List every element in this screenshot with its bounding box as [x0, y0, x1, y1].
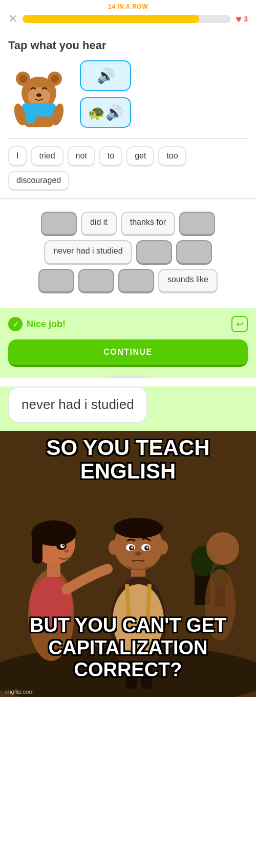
answer-row: never had i studied	[0, 386, 256, 431]
svg-point-25	[62, 544, 64, 546]
selected-words-row2: discouraged	[8, 171, 248, 191]
svg-rect-10	[26, 108, 35, 124]
nice-job-text: Nice job!	[27, 319, 66, 330]
main-content: Tap what you hear	[0, 31, 256, 191]
word-chip-get[interactable]: get	[126, 146, 154, 167]
svg-point-4	[19, 75, 27, 83]
progress-bar-background	[23, 15, 230, 23]
heart-count: 3	[244, 15, 248, 23]
heart-icon: ♥	[236, 13, 242, 25]
word-bank: did it thanks for never had i studied so…	[0, 207, 256, 308]
audio-slow-button[interactable]: 🐢🔊	[80, 97, 131, 128]
streak-label: 14 IN A ROW	[108, 3, 148, 10]
progress-dots	[8, 375, 248, 378]
check-circle-icon: ✓	[8, 317, 23, 331]
slow-speaker-icon: 🐢🔊	[88, 104, 123, 121]
tap-instruction: Tap what you hear	[8, 39, 248, 52]
word-bank-row2: never had i studied	[8, 240, 248, 265]
audio-buttons: 🔊 🐢🔊	[80, 60, 131, 128]
word-bank-chip-gray6[interactable]	[78, 269, 114, 293]
word-chip-to[interactable]: to	[99, 146, 122, 167]
svg-point-33	[114, 518, 163, 538]
bear-character	[11, 63, 67, 127]
word-bank-chip-gray4[interactable]	[176, 240, 212, 265]
meme-section: SO YOU TEACH ENGLISH	[0, 431, 256, 697]
answer-display: never had i studied	[8, 386, 147, 423]
word-bank-chip-thanksfor[interactable]: thanks for	[121, 212, 175, 236]
bear-container	[8, 61, 70, 127]
svg-point-39	[146, 546, 148, 549]
svg-point-38	[131, 546, 133, 549]
word-chip-too[interactable]: too	[158, 146, 186, 167]
top-bar: 14 IN A ROW ✕ ♥ 3	[0, 0, 256, 31]
progress-row: ✕ ♥ 3	[8, 12, 248, 26]
meme-watermark: imgflip.com	[5, 689, 34, 695]
svg-point-6	[51, 75, 59, 83]
progress-bar-fill	[23, 15, 199, 23]
svg-point-41	[109, 540, 119, 555]
character-row: 🔊 🐢🔊	[8, 60, 248, 128]
selected-words-row1: I tried not to get too	[8, 146, 248, 167]
word-chip-discouraged[interactable]: discouraged	[8, 171, 69, 191]
divider1	[0, 198, 256, 199]
selected-words-area: I tried not to get too discouraged	[8, 138, 248, 191]
word-bank-chip-gray5[interactable]	[38, 269, 74, 293]
word-chip-I[interactable]: I	[8, 146, 27, 167]
svg-point-26	[64, 550, 69, 553]
meme-bottom-text: BUT YOU CAN'T GET CAPITALIZATION CORRECT…	[0, 614, 256, 681]
svg-rect-22	[32, 533, 42, 564]
progress-pill	[108, 375, 148, 378]
word-chip-tried[interactable]: tried	[31, 146, 63, 167]
word-bank-chip-gray7[interactable]	[118, 269, 154, 293]
word-bank-chip-gray1[interactable]	[41, 212, 77, 236]
svg-point-42	[158, 540, 168, 555]
word-chip-not[interactable]: not	[68, 146, 95, 167]
speaker-icon: 🔊	[97, 67, 115, 84]
word-bank-chip-gray2[interactable]	[179, 212, 215, 236]
word-bank-row3: sounds like	[8, 269, 248, 293]
continue-button[interactable]: CONTINUE	[8, 339, 248, 367]
nice-job-left: ✓ Nice job!	[8, 317, 66, 331]
word-bank-chip-gray3[interactable]	[136, 240, 172, 265]
share-button[interactable]: ↩	[231, 316, 248, 332]
svg-rect-27	[47, 563, 60, 577]
svg-point-40	[135, 552, 141, 556]
meme-top-text: SO YOU TEACH ENGLISH	[0, 436, 256, 483]
hearts-container: ♥ 3	[236, 13, 248, 25]
word-bank-chip-soundslike[interactable]: sounds like	[158, 269, 218, 293]
close-button[interactable]: ✕	[8, 12, 17, 26]
svg-point-8	[36, 94, 41, 97]
word-bank-chip-didit[interactable]: did it	[81, 212, 117, 236]
svg-point-46	[206, 532, 239, 565]
audio-normal-button[interactable]: 🔊	[80, 60, 131, 91]
nice-job-banner: ✓ Nice job! ↩ CONTINUE	[0, 308, 256, 378]
svg-rect-9	[22, 103, 56, 110]
nice-job-row: ✓ Nice job! ↩	[8, 316, 248, 332]
word-bank-row1: did it thanks for	[8, 212, 248, 236]
word-bank-chip-neverhad[interactable]: never had i studied	[44, 240, 132, 265]
